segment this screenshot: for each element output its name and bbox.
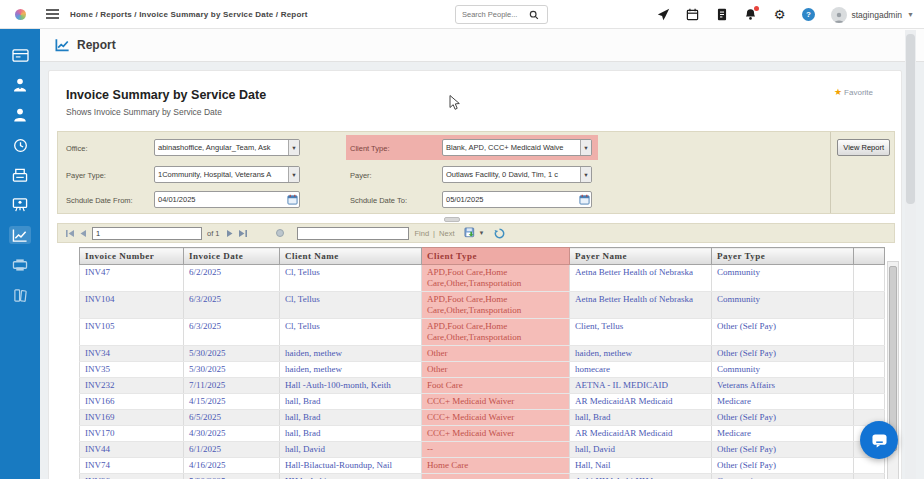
date-to-field[interactable]: 05/01/2025 (442, 191, 592, 208)
table-row: INV47 6/2/2025 Cl, Tellus APD,Foot Care,… (80, 265, 885, 292)
table-row: INV34 5/30/2025 haiden, methew Other hai… (80, 346, 885, 362)
dropdown-arrow-icon[interactable]: ▼ (580, 140, 591, 155)
table-row: INV44 6/1/2025 hall, David -- hall, Davi… (80, 442, 885, 458)
cancel-icon[interactable] (276, 229, 284, 237)
find-button[interactable]: Find (415, 229, 430, 238)
cell-invoice-number: INV34 (80, 346, 184, 362)
cell-payer-name: hall, David (570, 442, 712, 458)
page-number-input[interactable] (92, 227, 202, 240)
sidebar-item-payroll[interactable] (9, 256, 31, 274)
col-payer-name[interactable]: Payer Name (570, 248, 712, 265)
sidebar-item-dashboard[interactable] (9, 46, 31, 64)
dropdown-arrow-icon[interactable]: ▼ (288, 140, 299, 155)
cell-payer-type: Medicare (712, 394, 854, 410)
notification-badge (754, 6, 759, 11)
refresh-button[interactable] (494, 228, 505, 239)
cell-client-type: APD,Foot Care,Home Care,Other,Transporta… (422, 292, 570, 319)
sidebar-item-users[interactable] (9, 106, 31, 124)
cell-payer-type: Other (Self Pay) (712, 346, 854, 362)
sidebar-item-schedule[interactable] (9, 136, 31, 154)
dropdown-arrow-icon[interactable]: ▼ (288, 167, 299, 182)
report-viewer-toolbar: of 1 Find | Next ▼ (57, 223, 895, 243)
first-page-icon[interactable] (63, 227, 76, 240)
report-chart-icon (55, 38, 70, 52)
send-icon[interactable] (657, 8, 671, 22)
sidebar-item-library[interactable] (9, 286, 31, 304)
search-box[interactable] (455, 5, 548, 24)
col-client-type[interactable]: Client Type (422, 248, 570, 265)
view-report-button[interactable]: View Report (837, 139, 890, 156)
cell-client-name: Cl, Tellus (280, 319, 422, 346)
cell-client-type: APD,Foot Care,Home Care,Other,Transporta… (422, 265, 570, 292)
table-row: INV166 4/15/2025 hall, Brad CCC+ Medicai… (80, 394, 885, 410)
find-next-button[interactable]: Next (439, 229, 454, 238)
cell-invoice-date: 6/2/2025 (184, 265, 280, 292)
date-from-field[interactable]: 04/01/2025 (154, 191, 300, 208)
sidebar-item-billing[interactable] (9, 166, 31, 184)
calendar-picker-icon[interactable] (285, 194, 299, 205)
cell-payer-type: Community (712, 292, 854, 319)
table-scrollbar-thumb[interactable] (889, 266, 897, 451)
page-scrollbar-thumb[interactable] (906, 34, 915, 204)
cell-invoice-number: INV104 (80, 292, 184, 319)
settings-gear-icon[interactable]: ⚙ (773, 8, 787, 22)
payer-select[interactable]: Outlaws Facility, 0 David, Tim, 1 c▼ (442, 166, 592, 183)
splitter-handle[interactable] (444, 217, 460, 222)
dropdown-arrow-icon[interactable]: ▼ (580, 167, 591, 182)
cell-invoice-date: 4/16/2025 (184, 458, 280, 474)
calendar-picker-icon[interactable] (577, 194, 591, 205)
report-subtitle: Shows Invoice Summary by Service Date (66, 107, 222, 117)
office-select[interactable]: abinashoffice, Angular_Team, Ask▼ (154, 139, 300, 156)
chevron-down-icon: ▼ (907, 11, 914, 18)
cell-client-name: haiden, methew (280, 346, 422, 362)
books-icon (13, 288, 28, 303)
document-icon[interactable] (715, 8, 729, 22)
col-payer-type[interactable]: Payer Type (712, 248, 854, 265)
cell-invoice-date: 6/1/2025 (184, 442, 280, 458)
dashboard-icon (12, 48, 29, 63)
cell-payer-name: Hall, Nail (570, 458, 712, 474)
favorite-label: Favorite (844, 88, 873, 97)
prev-page-icon[interactable] (76, 227, 89, 240)
payer-type-select[interactable]: 1Community, Hospital, Veterans A▼ (154, 166, 300, 183)
calendar-icon[interactable] (686, 8, 700, 22)
cell-payer-type: Medicare (712, 426, 854, 442)
payer-label: Payer: (350, 171, 372, 180)
col-client-name[interactable]: Client Name (280, 248, 422, 265)
favorite-button[interactable]: ★ Favorite (834, 87, 873, 97)
chat-icon (871, 433, 888, 448)
notifications-bell-icon[interactable] (744, 8, 758, 22)
menu-icon[interactable] (46, 9, 59, 19)
col-invoice-date[interactable]: Invoice Date (184, 248, 280, 265)
cell-payer-type: Other (Self Pay) (712, 442, 854, 458)
cell-client-name: Hall-Bilactual-Roundup, Nail (280, 458, 422, 474)
export-button[interactable]: ▼ (464, 227, 484, 239)
page-scrollbar[interactable] (905, 30, 916, 479)
find-separator: | (433, 229, 435, 238)
breadcrumb[interactable]: Home / Reports / Invoice Summary by Serv… (70, 10, 308, 19)
page-header: Report (40, 29, 924, 62)
cell-empty (854, 319, 885, 346)
chat-widget-button[interactable] (860, 421, 898, 459)
cell-client-type: Other (422, 362, 570, 378)
logo-icon (15, 9, 26, 20)
client-type-select[interactable]: Blank, APD, CCC+ Medicaid Waive▼ (442, 139, 592, 156)
cell-client-type: APD,Foot Care,Home Care,Other,Transporta… (422, 319, 570, 346)
sidebar-item-clients[interactable] (9, 76, 31, 94)
find-text-input[interactable] (297, 227, 409, 240)
user-menu[interactable]: stagingadmin ▼ (831, 7, 915, 23)
help-icon[interactable]: ? (802, 8, 816, 22)
sidebar-item-reports[interactable] (9, 226, 31, 244)
last-page-icon[interactable] (237, 227, 250, 240)
search-input[interactable] (462, 10, 524, 19)
sidebar-item-training[interactable] (9, 196, 31, 214)
cell-empty (854, 378, 885, 394)
find-controls: Find | Next (415, 229, 455, 238)
cell-invoice-date: 4/30/2025 (184, 426, 280, 442)
col-invoice-number[interactable]: Invoice Number (80, 248, 184, 265)
date-from-label: Schdule Date From: (66, 196, 133, 205)
cell-client-type: -- (422, 442, 570, 458)
table-row: INV36 5/30/2025 HHA, Ankit -- AnkitHHAAn… (80, 474, 885, 479)
next-page-icon[interactable] (224, 227, 237, 240)
app-logo[interactable] (0, 9, 40, 20)
